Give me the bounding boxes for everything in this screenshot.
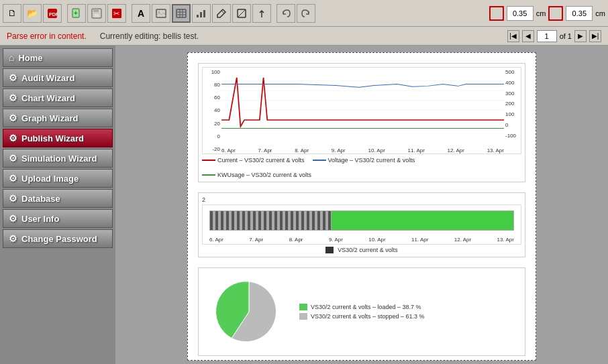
- text-tool-button[interactable]: A: [132, 4, 150, 23]
- last-page-button[interactable]: ▶|: [589, 30, 601, 42]
- svg-text:PDF: PDF: [49, 12, 58, 17]
- sidebar-item-graph-label: Graph Wizard: [21, 113, 78, 123]
- sidebar-item-database-label: Database: [21, 194, 60, 204]
- open-file-button[interactable]: 📂: [23, 4, 42, 23]
- sidebar-item-graph-wizard[interactable]: ⚙ Graph Wizard: [3, 109, 113, 127]
- publish-wizard-icon: ⚙: [9, 133, 17, 143]
- pie-chart-area: VS30/2 current & volts – loaded – 38.7 %…: [202, 271, 521, 352]
- bar-x-axis: 6. Apr7. Apr8. Apr9. Apr10. Apr11. Apr12…: [209, 237, 514, 243]
- undo-button[interactable]: [276, 4, 295, 23]
- height-input[interactable]: [566, 6, 593, 21]
- line-chart-area: 100806040200-20 5004003002001000-100: [202, 67, 521, 154]
- sidebar-item-upload-label: Upload Image: [21, 174, 79, 184]
- sidebar-item-upload-image[interactable]: ⚙ Upload Image: [3, 169, 113, 188]
- next-page-button[interactable]: ▶: [574, 30, 587, 42]
- legend-current-label: Current – VS30/2 current & volts: [217, 157, 305, 164]
- chart-tool-button[interactable]: [192, 4, 211, 23]
- y-axis-right: 5004003002001000-100: [504, 68, 521, 140]
- loaded-color-box: [299, 304, 307, 310]
- statusbar: Parse error in content. Currently editin…: [0, 27, 608, 46]
- sidebar-item-userinfo-label: User Info: [21, 214, 59, 224]
- color-border-box: [489, 6, 504, 21]
- add-page-button[interactable]: +: [67, 4, 86, 23]
- bar-segment-gray: [210, 211, 332, 230]
- simulation-wizard-icon: ⚙: [9, 153, 17, 164]
- bar-segment-green: [332, 211, 513, 230]
- legend-voltage-label: Voltage – VS30/2 current & volts: [328, 157, 415, 164]
- line-chart-legend: Current – VS30/2 current & volts Voltage…: [202, 157, 521, 178]
- bar-chart-container: 2 6. Apr7. Apr8. Apr9. Apr10. Apr11. Apr…: [198, 192, 525, 257]
- legend-current: Current – VS30/2 current & volts: [202, 157, 305, 164]
- y-axis-left: 100806040200-20: [203, 68, 221, 154]
- line-chart-plot: [221, 71, 504, 143]
- sidebar-item-change-password[interactable]: ⚙ Change Password: [3, 229, 113, 248]
- legend-bar: VS30/2 current & volts: [325, 247, 398, 253]
- bar-chart-y-label: 2: [202, 196, 521, 204]
- svg-rect-17: [200, 12, 202, 17]
- line-chart-container: 100806040200-20 5004003002001000-100: [198, 63, 525, 182]
- sidebar-item-home[interactable]: ⌂ Home: [3, 48, 113, 67]
- page-of-label: of 1: [560, 32, 572, 40]
- graph-wizard-icon: ⚙: [9, 113, 17, 123]
- image-tool-button[interactable]: [152, 4, 170, 23]
- sidebar-item-publish-wizard[interactable]: ⚙ Publish Wizard: [3, 129, 113, 147]
- pie-legend-loaded: VS30/2 current & volts – loaded – 38.7 %: [299, 304, 425, 310]
- sidebar: ⌂ Home ⚙ Audit Wizard ⚙ Chart Wizard ⚙ G…: [0, 46, 115, 364]
- sidebar-item-user-info[interactable]: ⚙ User Info: [3, 209, 113, 228]
- legend-kwusage: KWUsage – VS30/2 current & volts: [202, 172, 311, 178]
- bar-chart-area: 6. Apr7. Apr8. Apr9. Apr10. Apr11. Apr12…: [202, 204, 521, 245]
- svg-text:✂: ✂: [113, 9, 119, 17]
- width-input[interactable]: [507, 6, 534, 21]
- database-icon: ⚙: [9, 193, 17, 204]
- sidebar-item-home-label: Home: [18, 53, 42, 63]
- upload-image-icon: ⚙: [9, 173, 17, 184]
- user-info-icon: ⚙: [9, 213, 17, 224]
- save-pdf-button[interactable]: PDF: [43, 4, 62, 23]
- paint-tool-button[interactable]: [212, 4, 231, 23]
- legend-kwusage-label: KWUsage – VS30/2 current & volts: [217, 172, 311, 178]
- main-layout: ⌂ Home ⚙ Audit Wizard ⚙ Chart Wizard ⚙ G…: [0, 46, 608, 364]
- chart-wizard-icon: ⚙: [9, 93, 17, 103]
- redo-button[interactable]: [297, 4, 315, 23]
- bar-row: [209, 210, 514, 231]
- pie-legend-stopped-label: VS30/2 current & volts – stopped – 61.3 …: [311, 313, 425, 320]
- toolbar: 🗋 📂 PDF + ✂ A cm cm: [0, 0, 608, 27]
- x-axis-labels: 6. Apr7. Apr8. Apr9. Apr10. Apr11. Apr12…: [221, 147, 504, 154]
- toolbar-right: cm cm: [489, 6, 605, 21]
- svg-line-19: [221, 11, 224, 13]
- height-unit-label: cm: [595, 9, 605, 17]
- sidebar-item-audit-label: Audit Wizard: [21, 73, 74, 83]
- sidebar-item-audit-wizard[interactable]: ⚙ Audit Wizard: [3, 68, 113, 87]
- page-navigation: |◀ ◀ of 1 ▶ ▶|: [507, 30, 601, 42]
- sidebar-item-changepass-label: Change Password: [21, 234, 97, 244]
- svg-rect-6: [94, 13, 99, 17]
- sidebar-item-chart-label: Chart Wizard: [21, 93, 75, 103]
- pie-legend-loaded-label: VS30/2 current & volts – loaded – 38.7 %: [311, 304, 421, 310]
- first-page-button[interactable]: |◀: [507, 30, 519, 42]
- new-file-button[interactable]: 🗋: [3, 4, 21, 23]
- page-number-input[interactable]: [537, 30, 557, 42]
- color-border-box2: [548, 6, 563, 21]
- audit-wizard-icon: ⚙: [9, 72, 17, 83]
- prev-page-button[interactable]: ◀: [522, 30, 534, 42]
- svg-text:+: +: [74, 9, 78, 17]
- svg-rect-11: [176, 9, 186, 17]
- shape-tool-button[interactable]: [232, 4, 251, 23]
- page-canvas: 100806040200-20 5004003002001000-100: [187, 52, 536, 361]
- legend-voltage: Voltage – VS30/2 current & volts: [313, 157, 415, 164]
- delete-button[interactable]: ✂: [107, 4, 126, 23]
- sidebar-item-chart-wizard[interactable]: ⚙ Chart Wizard: [3, 88, 113, 107]
- stopped-color-box: [299, 313, 307, 320]
- home-icon: ⌂: [9, 52, 14, 63]
- svg-rect-16: [197, 15, 199, 17]
- table-tool-button[interactable]: [172, 4, 191, 23]
- sidebar-item-database[interactable]: ⚙ Database: [3, 189, 113, 208]
- info-text: Currently editing: bellis test.: [100, 32, 199, 41]
- arrow-tool-button[interactable]: [252, 4, 271, 23]
- change-password-icon: ⚙: [9, 233, 17, 244]
- error-text: Parse error in content.: [7, 32, 87, 41]
- width-unit-label: cm: [536, 9, 546, 17]
- save-button[interactable]: [87, 4, 106, 23]
- pie-legend: VS30/2 current & volts – loaded – 38.7 %…: [299, 304, 425, 320]
- sidebar-item-simulation-wizard[interactable]: ⚙ Simulation Wizard: [3, 149, 113, 168]
